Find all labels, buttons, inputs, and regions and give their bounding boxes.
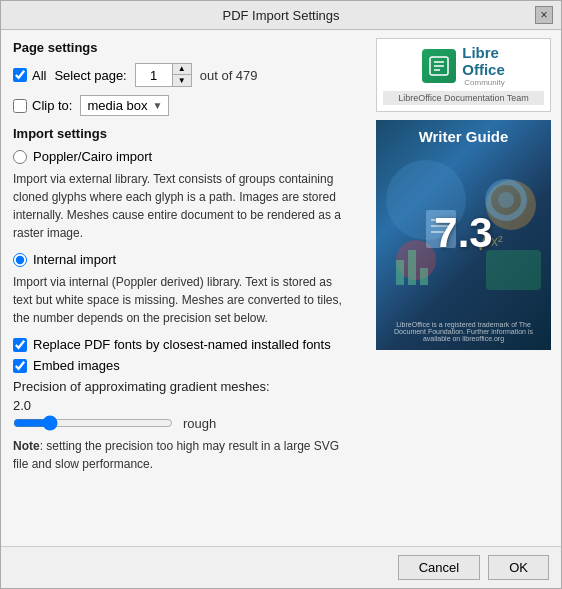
poppler-label: Poppler/Cairo import	[33, 149, 152, 164]
book-cover: √ x² Writer Guide 7.3 LibreOffice is a r…	[376, 120, 551, 350]
svg-rect-12	[396, 260, 404, 285]
titlebar: PDF Import Settings ×	[1, 1, 561, 30]
main-content: Page settings All Select page: ▲ ▼ out o…	[1, 30, 561, 546]
clip-to-row: Clip to: media box ▼	[13, 95, 354, 116]
clip-to-checkbox[interactable]	[13, 99, 27, 113]
poppler-radio[interactable]	[13, 150, 27, 164]
note-suffix: : setting the precision too high may res…	[13, 439, 339, 471]
ok-button[interactable]: OK	[488, 555, 549, 580]
close-button[interactable]: ×	[535, 6, 553, 24]
internal-radio[interactable]	[13, 253, 27, 267]
note-prefix: Note	[13, 439, 40, 453]
embed-images-label: Embed images	[33, 358, 120, 373]
right-panel: Libre Office Community LibreOffice Docum…	[366, 30, 561, 546]
book-footer: LibreOffice is a registered trademark of…	[384, 321, 543, 342]
pdf-import-settings-dialog: PDF Import Settings × Page settings All …	[0, 0, 562, 589]
replace-fonts-checkbox[interactable]	[13, 338, 27, 352]
internal-description: Import via internal (Poppler derived) li…	[13, 273, 354, 327]
internal-label: Internal import	[33, 252, 116, 267]
lo-svg-icon	[428, 55, 450, 77]
all-checkbox[interactable]	[13, 68, 27, 82]
left-panel: Page settings All Select page: ▲ ▼ out o…	[1, 30, 366, 546]
clip-to-checkbox-label[interactable]: Clip to:	[13, 98, 72, 113]
select-page-label: Select page:	[54, 68, 126, 83]
spinner-down-button[interactable]: ▼	[173, 75, 191, 86]
spinner-buttons: ▲ ▼	[172, 64, 191, 86]
internal-radio-label[interactable]: Internal import	[13, 252, 354, 267]
svg-point-5	[498, 192, 514, 208]
dropdown-arrow-icon: ▼	[152, 100, 162, 111]
import-settings-title: Import settings	[13, 126, 354, 141]
svg-rect-13	[408, 250, 416, 285]
precision-label: Precision of approximating gradient mesh…	[13, 379, 354, 394]
lo-logo-text: Libre Office Community	[462, 45, 505, 87]
page-spinner: ▲ ▼	[135, 63, 192, 87]
note-text: Note: setting the precision too high may…	[13, 437, 354, 473]
clip-dropdown[interactable]: media box ▼	[80, 95, 169, 116]
replace-fonts-label: Replace PDF fonts by closest-named insta…	[33, 337, 331, 352]
precision-value: 2.0	[13, 398, 354, 413]
precision-section: Precision of approximating gradient mesh…	[13, 379, 354, 473]
precision-slider[interactable]	[13, 415, 173, 431]
svg-rect-14	[420, 268, 428, 285]
book-title: Writer Guide	[419, 128, 509, 145]
lo-community: Community	[462, 78, 505, 87]
cancel-button[interactable]: Cancel	[398, 555, 480, 580]
dialog-title: PDF Import Settings	[27, 8, 535, 23]
poppler-description: Import via external library. Text consis…	[13, 170, 354, 242]
all-select-page-row: All Select page: ▲ ▼ out of 479	[13, 63, 354, 87]
book-version: 7.3	[434, 209, 492, 257]
clip-to-label: Clip to:	[32, 98, 72, 113]
poppler-radio-label[interactable]: Poppler/Cairo import	[13, 149, 354, 164]
all-label: All	[32, 68, 46, 83]
page-settings-title: Page settings	[13, 40, 354, 55]
all-checkbox-label[interactable]: All	[13, 68, 46, 83]
lo-logo-icon	[422, 49, 456, 83]
clip-value: media box	[87, 98, 147, 113]
out-of-label: out of 479	[200, 68, 258, 83]
page-input[interactable]	[136, 66, 172, 85]
spinner-up-button[interactable]: ▲	[173, 64, 191, 75]
import-settings-section: Import settings Poppler/Cairo import Imp…	[13, 126, 354, 473]
embed-images-checkbox[interactable]	[13, 359, 27, 373]
lo-doc-team: LibreOffice Documentation Team	[383, 91, 544, 105]
replace-fonts-row[interactable]: Replace PDF fonts by closest-named insta…	[13, 337, 354, 352]
embed-images-row[interactable]: Embed images	[13, 358, 354, 373]
lo-office: Office	[462, 62, 505, 79]
lo-libre: Libre	[462, 45, 505, 62]
lo-logo-top: Libre Office Community	[422, 45, 505, 87]
slider-row: rough	[13, 415, 354, 431]
lo-logo-container: Libre Office Community LibreOffice Docum…	[376, 38, 551, 112]
rough-label: rough	[183, 416, 216, 431]
bottom-bar: Cancel OK	[1, 546, 561, 588]
